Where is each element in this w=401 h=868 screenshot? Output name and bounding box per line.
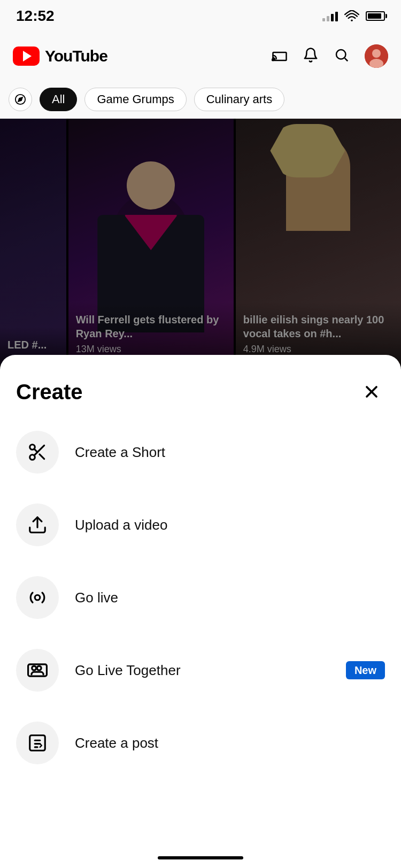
close-button[interactable]: [358, 378, 385, 405]
status-time: 12:52: [16, 7, 55, 25]
scissors-icon: [27, 442, 48, 462]
create-post-icon-wrap: [16, 722, 59, 764]
background-dim: [0, 119, 401, 365]
new-badge: New: [346, 661, 385, 679]
svg-line-16: [34, 449, 37, 452]
cast-icon[interactable]: [272, 47, 288, 65]
status-icons: [322, 10, 385, 22]
svg-point-3: [336, 50, 346, 59]
go-live-together-item[interactable]: Go Live Together New: [16, 634, 385, 707]
go-live-together-icon-wrap: [16, 649, 59, 692]
header-actions: [272, 44, 388, 68]
go-live-label: Go live: [75, 590, 118, 606]
youtube-header: YouTube: [0, 32, 401, 80]
explore-chip[interactable]: [9, 88, 32, 111]
live-icon: [27, 587, 48, 608]
wifi-icon: [344, 10, 359, 22]
home-indicator: [158, 856, 243, 859]
upload-icon: [27, 515, 48, 535]
status-bar: 12:52: [0, 0, 401, 32]
create-bottom-sheet: Create Create a Short: [0, 355, 401, 868]
go-live-together-label: Go Live Together: [75, 662, 181, 679]
go-live-icon-wrap: [16, 576, 59, 619]
create-short-label: Create a Short: [75, 444, 165, 461]
create-short-icon-wrap: [16, 431, 59, 474]
new-badge-wrap: New: [346, 664, 385, 677]
filter-chip-all[interactable]: All: [40, 88, 77, 111]
search-icon[interactable]: [334, 47, 350, 65]
filter-chip-game-grumps[interactable]: Game Grumps: [84, 88, 186, 111]
filter-bar: All Game Grumps Culinary arts: [0, 80, 401, 119]
go-live-item[interactable]: Go live: [16, 561, 385, 634]
create-post-label: Create a post: [75, 735, 158, 751]
upload-video-icon-wrap: [16, 503, 59, 546]
svg-point-0: [351, 19, 353, 21]
battery-icon: [366, 11, 385, 21]
youtube-logo[interactable]: YouTube: [13, 46, 107, 66]
post-icon: [27, 733, 48, 753]
avatar[interactable]: [365, 44, 388, 68]
play-icon: [23, 51, 32, 61]
svg-line-15: [40, 454, 44, 459]
svg-point-6: [372, 49, 381, 58]
create-short-item[interactable]: Create a Short: [16, 416, 385, 489]
youtube-wordmark: YouTube: [45, 47, 107, 65]
svg-point-18: [35, 595, 40, 600]
svg-point-2: [272, 59, 274, 60]
create-post-item[interactable]: Create a post: [16, 707, 385, 779]
live-together-icon: [27, 660, 48, 680]
signal-icon: [322, 11, 338, 21]
sheet-title: Create: [16, 380, 83, 404]
upload-video-item[interactable]: Upload a video: [16, 489, 385, 561]
sheet-header: Create: [16, 355, 385, 416]
youtube-icon: [13, 46, 40, 66]
notification-bell-icon[interactable]: [303, 47, 319, 65]
svg-line-4: [345, 58, 348, 61]
filter-chip-culinary-arts[interactable]: Culinary arts: [194, 88, 284, 111]
upload-video-label: Upload a video: [75, 517, 167, 533]
svg-marker-9: [18, 97, 22, 102]
